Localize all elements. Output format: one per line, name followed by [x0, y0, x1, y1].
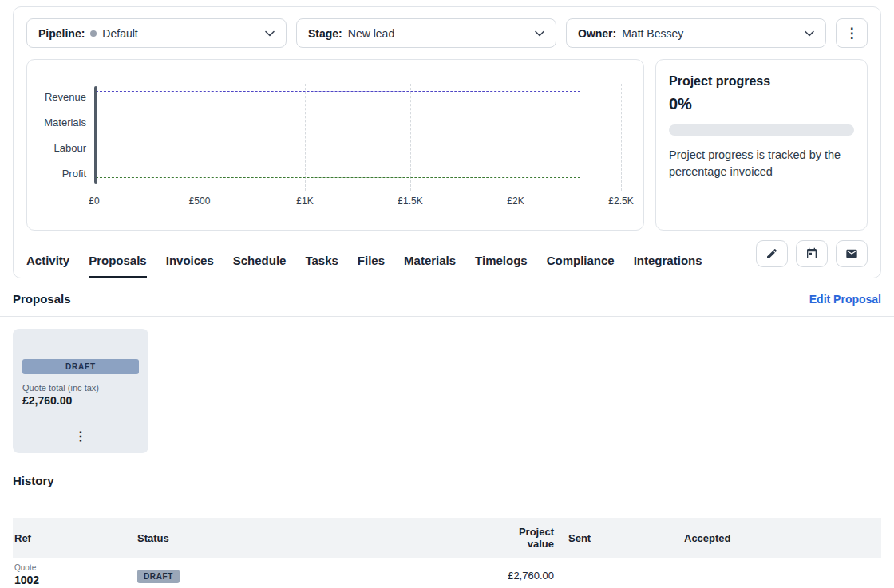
history-column-accepted: Accepted	[682, 518, 881, 558]
tab-files[interactable]: Files	[358, 254, 385, 278]
tab-invoices[interactable]: Invoices	[166, 254, 214, 278]
chart-tick-label: £0	[89, 195, 99, 207]
chart-tick-label: £2.5K	[608, 195, 633, 207]
progress-bar	[669, 124, 854, 136]
progress-description: Project progress is tracked by the perce…	[669, 147, 854, 180]
history-column-project-value: Project value	[491, 518, 567, 558]
chart-bar-row	[94, 160, 621, 186]
chevron-down-icon	[535, 30, 544, 37]
project-progress-panel: Project progress 0% Project progress is …	[655, 59, 868, 231]
proposal-card-menu[interactable]: ⋮	[74, 428, 87, 444]
pipeline-status-dot	[90, 30, 97, 37]
history-ref-type: Quote	[14, 563, 123, 573]
stage-value: New lead	[348, 27, 394, 40]
chart-bar-row	[94, 109, 621, 135]
proposal-status-badge: DRAFT	[22, 359, 139, 374]
chart-bar-row	[94, 84, 621, 109]
chart-tick-label: £500	[189, 195, 211, 207]
chart-axis-line	[94, 86, 97, 184]
chart-ticks-row: £0£500£1K£1.5K£2K£2.5K	[34, 195, 621, 208]
progress-percent: 0%	[669, 95, 854, 113]
stage-label: Stage:	[308, 27, 342, 40]
history-status-badge: DRAFT	[137, 570, 180, 583]
history-column-status: Status	[136, 518, 491, 558]
pipeline-label: Pipeline:	[38, 27, 85, 40]
history-row[interactable]: Quote1002DRAFT£2,760.00	[13, 558, 881, 588]
calendar-icon	[805, 247, 818, 260]
chart-plot	[94, 84, 621, 186]
pencil-icon	[765, 247, 778, 260]
progress-title: Project progress	[669, 74, 854, 89]
tab-materials[interactable]: Materials	[404, 254, 456, 278]
pipeline-value: Default	[102, 27, 137, 40]
proposal-total-label: Quote total (inc tax)	[22, 383, 139, 393]
chart-bar-profit	[96, 168, 580, 178]
project-overview-panel: Pipeline: Default Stage: New lead Owner:…	[13, 6, 881, 278]
chart-category-labels: RevenueMaterialsLabourProfit	[34, 84, 94, 186]
financials-chart-panel: RevenueMaterialsLabourProfit £0£500£1K£1…	[26, 59, 644, 231]
tab-bar: ActivityProposalsInvoicesScheduleTasksFi…	[26, 240, 702, 278]
email-button[interactable]	[836, 240, 868, 267]
owner-select[interactable]: Owner: Matt Bessey	[566, 18, 826, 48]
owner-value: Matt Bessey	[622, 27, 683, 40]
history-ref-number: 1002	[14, 574, 39, 586]
tab-schedule[interactable]: Schedule	[233, 254, 287, 278]
history-header-row: RefStatusProject valueSentAccepted	[13, 518, 881, 558]
owner-label: Owner:	[578, 27, 616, 40]
pipeline-select[interactable]: Pipeline: Default	[26, 18, 287, 48]
envelope-icon	[845, 247, 858, 260]
history-column-ref: Ref	[13, 518, 136, 558]
chart-category-profit: Profit	[34, 160, 94, 186]
chevron-down-icon	[805, 30, 814, 37]
stage-select[interactable]: Stage: New lead	[296, 18, 556, 48]
tab-integrations[interactable]: Integrations	[634, 254, 702, 278]
schedule-button[interactable]	[796, 240, 828, 267]
tab-tasks[interactable]: Tasks	[305, 254, 338, 278]
chart-bar-row	[94, 135, 621, 160]
edit-button[interactable]	[756, 240, 788, 267]
history-project-value: £2,760.00	[491, 558, 567, 588]
history-body: Quote1002DRAFT£2,760.00	[13, 558, 881, 588]
more-options-button[interactable]: ⋮	[836, 18, 868, 48]
chart-ticks: £0£500£1K£1.5K£2K£2.5K	[94, 195, 621, 208]
tab-timelogs[interactable]: Timelogs	[475, 254, 528, 278]
kebab-icon: ⋮	[845, 25, 859, 41]
tab-proposals[interactable]: Proposals	[89, 254, 147, 278]
chevron-down-icon	[265, 30, 275, 37]
proposal-card[interactable]: DRAFT Quote total (inc tax) £2,760.00 ⋮	[13, 329, 148, 453]
quick-actions	[756, 240, 868, 267]
tab-compliance[interactable]: Compliance	[547, 254, 615, 278]
panels-row: RevenueMaterialsLabourProfit £0£500£1K£1…	[26, 59, 868, 231]
chart-tick-label: £2K	[507, 195, 524, 207]
proposal-total-value: £2,760.00	[22, 394, 139, 407]
history-accepted	[682, 558, 881, 588]
history-column-sent: Sent	[567, 518, 682, 558]
chart-tick-label: £1K	[296, 195, 313, 207]
proposals-heading: Proposals	[13, 292, 71, 306]
history-sent	[567, 558, 682, 588]
section-divider	[0, 316, 894, 317]
history-table: RefStatusProject valueSentAccepted Quote…	[13, 518, 881, 588]
edit-proposal-link[interactable]: Edit Proposal	[809, 293, 881, 306]
tabs-and-actions-bar: ActivityProposalsInvoicesScheduleTasksFi…	[26, 240, 868, 278]
chart-category-labour: Labour	[34, 135, 94, 160]
chart-bar-revenue	[96, 91, 580, 101]
history-heading: History	[13, 474, 881, 487]
filters-row: Pipeline: Default Stage: New lead Owner:…	[26, 18, 868, 48]
chart-category-materials: Materials	[34, 109, 94, 135]
tab-activity[interactable]: Activity	[26, 254, 69, 278]
chart-ticks-spacer	[34, 195, 94, 208]
chart-tick-label: £1.5K	[398, 195, 422, 207]
proposals-section-header: Proposals Edit Proposal	[0, 278, 894, 316]
chart-body: RevenueMaterialsLabourProfit	[34, 84, 621, 186]
chart-gridline	[621, 84, 622, 191]
chart-category-revenue: Revenue	[34, 84, 94, 109]
